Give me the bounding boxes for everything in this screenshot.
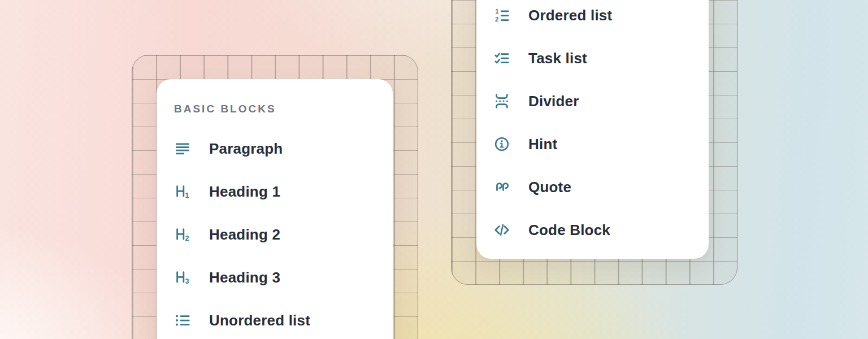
menu-item-ordered-list[interactable]: 12 Ordered list	[493, 0, 709, 37]
menu-item-label: Hint	[528, 136, 557, 153]
menu-item-hint[interactable]: Hint	[493, 123, 709, 166]
menu-item-label: Paragraph	[209, 140, 283, 157]
heading-2-icon: 2	[174, 226, 191, 243]
divider-icon	[493, 93, 510, 110]
svg-text:1: 1	[185, 192, 189, 199]
svg-text:1: 1	[495, 8, 498, 15]
quote-icon	[493, 179, 510, 195]
paragraph-icon	[174, 140, 191, 157]
menu-item-label: Heading 3	[209, 269, 280, 286]
svg-text:2: 2	[185, 234, 189, 242]
menu-item-label: Task list	[528, 50, 587, 67]
blocks-menu-card-right: 12 Ordered list Task list	[476, 0, 709, 259]
menu-item-unordered-list[interactable]: Unordered list	[174, 299, 393, 339]
code-block-icon	[493, 221, 510, 238]
unordered-list-icon	[174, 312, 191, 329]
menu-item-label: Divider	[528, 93, 579, 110]
svg-text:2: 2	[495, 16, 498, 23]
basic-blocks-menu-card: BASIC BLOCKS Paragraph 1 Heading 1 2 Hea…	[157, 79, 393, 339]
menu-item-label: Heading 2	[209, 226, 280, 243]
menu-item-heading-1[interactable]: 1 Heading 1	[174, 170, 393, 213]
menu-item-heading-2[interactable]: 2 Heading 2	[174, 213, 393, 256]
blocks-list-right: 12 Ordered list Task list	[493, 0, 709, 251]
svg-text:3: 3	[185, 277, 189, 285]
menu-item-label: Heading 1	[209, 183, 280, 200]
menu-item-label: Quote	[528, 179, 571, 195]
hint-icon	[493, 136, 510, 153]
menu-item-quote[interactable]: Quote	[493, 166, 709, 208]
menu-item-code-block[interactable]: Code Block	[493, 208, 709, 251]
task-list-icon	[493, 50, 510, 67]
basic-blocks-header: BASIC BLOCKS	[174, 102, 393, 116]
menu-item-task-list[interactable]: Task list	[493, 37, 709, 80]
menu-item-heading-3[interactable]: 3 Heading 3	[174, 256, 393, 299]
heading-1-icon: 1	[174, 183, 191, 200]
basic-blocks-list: Paragraph 1 Heading 1 2 Heading 2 3 Head…	[174, 127, 393, 339]
menu-item-paragraph[interactable]: Paragraph	[174, 127, 393, 170]
heading-3-icon: 3	[174, 269, 191, 286]
menu-item-label: Unordered list	[209, 312, 310, 329]
ordered-list-icon: 12	[493, 7, 510, 24]
menu-item-label: Code Block	[528, 221, 610, 238]
menu-item-divider[interactable]: Divider	[493, 80, 709, 123]
menu-item-label: Ordered list	[528, 7, 612, 24]
